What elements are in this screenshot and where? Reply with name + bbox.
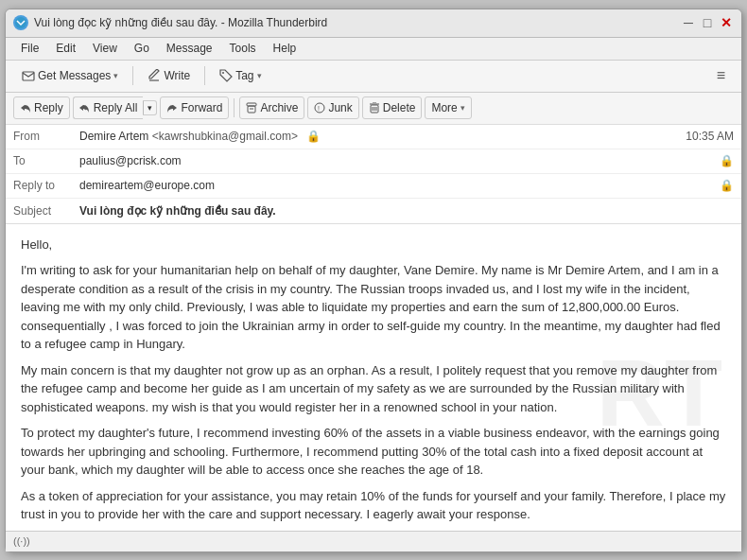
body-paragraph-0: Hello,: [21, 236, 726, 254]
email-time: 10:35 AM: [686, 130, 734, 143]
menu-bar: File Edit View Go Message Tools Help: [6, 38, 741, 61]
window-controls[interactable]: ─ □ ✕: [681, 15, 734, 30]
body-paragraph-2: My main concern is that my daughter not …: [21, 361, 726, 417]
to-security-icon: 🔒: [720, 154, 734, 167]
menu-view[interactable]: View: [85, 40, 125, 57]
email-body: Hello, I'm writing to ask for your human…: [6, 224, 741, 531]
window-title: Vui lòng đọc kỹ những điều sau đây. - Mo…: [34, 16, 327, 29]
from-label: From: [13, 130, 79, 143]
title-bar: Vui lòng đọc kỹ những điều sau đây. - Mo…: [6, 9, 741, 38]
reply-to-label: Reply to: [13, 179, 79, 192]
junk-button[interactable]: ! Junk: [307, 96, 358, 119]
menu-message[interactable]: Message: [159, 40, 220, 57]
svg-point-0: [15, 17, 26, 28]
menu-help[interactable]: Help: [266, 40, 304, 57]
header-sep-1: [234, 98, 235, 117]
reply-all-button[interactable]: Reply All: [73, 96, 144, 119]
tag-icon: [219, 69, 233, 82]
svg-point-3: [222, 72, 224, 74]
delete-label: Delete: [383, 101, 416, 114]
from-email: <kawrshubkina@gmail.com>: [152, 130, 298, 143]
minimize-button[interactable]: ─: [681, 15, 696, 30]
reply-all-dropdown[interactable]: ▾: [143, 100, 157, 115]
hamburger-menu-button[interactable]: ≡: [708, 63, 734, 88]
write-label: Write: [164, 69, 190, 82]
subject-value: Vui lòng đọc kỹ những điều sau đây.: [79, 204, 734, 218]
junk-icon: !: [314, 102, 325, 114]
forward-icon: [166, 102, 178, 114]
write-icon: [148, 69, 161, 82]
to-field: To paulius@pcrisk.com 🔒: [6, 149, 741, 174]
menu-edit[interactable]: Edit: [48, 40, 83, 57]
reply-to-field: Reply to demireartem@europe.com 🔒: [6, 174, 741, 199]
from-name: Demire Artem: [79, 130, 148, 143]
menu-tools[interactable]: Tools: [222, 40, 264, 57]
to-label: To: [13, 154, 79, 167]
menu-go[interactable]: Go: [127, 40, 157, 57]
toolbar-sep-1: [132, 66, 133, 85]
maximize-button[interactable]: □: [700, 15, 715, 30]
delete-button[interactable]: Delete: [362, 96, 423, 119]
tag-button[interactable]: Tag ▾: [211, 63, 269, 88]
menu-file[interactable]: File: [13, 40, 46, 57]
body-paragraph-1: I'm writing to ask for your humanitarian…: [21, 261, 726, 354]
status-icon: ((·)): [13, 535, 30, 547]
reply-button[interactable]: Reply: [13, 96, 70, 119]
archive-button[interactable]: Archive: [239, 96, 304, 119]
get-messages-arrow[interactable]: ▾: [113, 71, 118, 80]
email-header: Reply Reply All ▾ Forward: [6, 93, 741, 224]
security-icon: 🔒: [306, 130, 321, 143]
app-icon: [13, 15, 28, 30]
reply-all-label: Reply All: [94, 101, 138, 114]
reply-label: Reply: [34, 101, 63, 114]
more-button[interactable]: More ▾: [425, 96, 471, 119]
get-messages-button[interactable]: Get Messages ▾: [13, 63, 127, 88]
from-value: Demire Artem <kawrshubkina@gmail.com> 🔒: [79, 130, 686, 143]
delete-icon: [369, 102, 380, 114]
junk-label: Junk: [328, 101, 352, 114]
forward-button[interactable]: Forward: [160, 96, 229, 119]
reply-to-value: demireartem@europe.com: [79, 179, 714, 192]
svg-text:!: !: [318, 105, 320, 112]
get-messages-icon: [22, 69, 35, 82]
subject-field: Subject Vui lòng đọc kỹ những điều sau đ…: [6, 199, 741, 223]
subject-label: Subject: [13, 204, 79, 218]
body-paragraph-4: As a token of appreciation for your assi…: [21, 487, 726, 524]
svg-point-7: [315, 103, 324, 113]
reply-all-icon: [79, 102, 91, 114]
more-arrow: ▾: [460, 103, 465, 113]
email-container: Hello, I'm writing to ask for your human…: [6, 224, 741, 531]
reply-icon: [20, 102, 31, 114]
from-field: From Demire Artem <kawrshubkina@gmail.co…: [6, 125, 741, 149]
tag-label: Tag: [235, 69, 253, 82]
main-toolbar: Get Messages ▾ Write Tag ▾ ≡: [6, 61, 741, 93]
toolbar-sep-2: [204, 66, 205, 85]
header-toolbar: Reply Reply All ▾ Forward: [6, 93, 741, 125]
more-label: More: [431, 101, 457, 114]
archive-icon: [246, 102, 257, 114]
get-messages-label: Get Messages: [38, 69, 111, 82]
body-paragraph-3: To protect my daughter's future, I recom…: [21, 424, 726, 480]
forward-label: Forward: [181, 101, 222, 114]
reply-to-security-icon: 🔒: [720, 179, 734, 192]
to-value: paulius@pcrisk.com: [79, 154, 714, 167]
tag-arrow[interactable]: ▾: [257, 71, 262, 80]
status-bar: ((·)): [6, 531, 741, 551]
write-button[interactable]: Write: [139, 63, 199, 88]
archive-label: Archive: [260, 101, 298, 114]
reply-all-group: Reply All ▾: [73, 96, 158, 119]
title-bar-left: Vui lòng đọc kỹ những điều sau đây. - Mo…: [13, 15, 327, 30]
close-button[interactable]: ✕: [719, 15, 734, 30]
